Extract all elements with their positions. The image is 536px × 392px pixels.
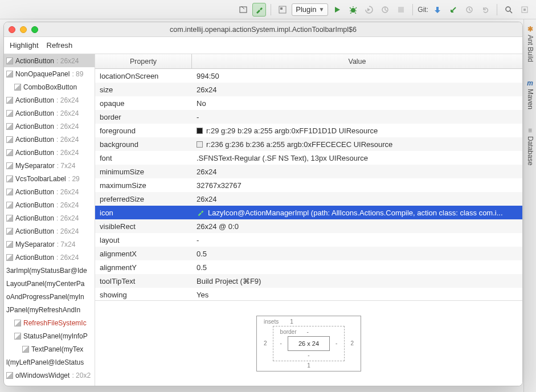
component-tree[interactable]: ActionButton: 26x24NonOpaquePanel: 89Com…: [4, 54, 95, 386]
tree-row[interactable]: ActionButton: 26x24: [4, 198, 95, 211]
tree-row[interactable]: NonOpaquePanel: 89: [4, 67, 95, 80]
property-name: showing: [95, 291, 192, 299]
highlight-button[interactable]: Highlight: [10, 41, 39, 50]
git-commit-icon[interactable]: [447, 3, 460, 17]
window-titlebar[interactable]: com.intellij.openapi.actionSystem.impl.A…: [4, 22, 522, 37]
tree-row[interactable]: ActionButton: 26x24: [4, 54, 95, 67]
property-row[interactable]: minimumSize26x24: [95, 165, 522, 178]
property-value: 0.5: [192, 263, 522, 272]
tree-row[interactable]: RefreshFileSystemIc: [4, 316, 95, 329]
property-row[interactable]: alignmentX0.5: [95, 247, 522, 260]
tree-dims: : 26x24: [56, 149, 79, 157]
traffic-lights: [9, 26, 38, 33]
open-file-icon[interactable]: [236, 3, 250, 17]
coverage-icon[interactable]: [362, 3, 376, 17]
component-icon: [6, 162, 13, 169]
property-row[interactable]: foregroundr:29 g:29 b:29 a:255 argb:0xFF…: [95, 124, 522, 137]
git-update-icon[interactable]: [431, 3, 444, 17]
property-row[interactable]: preferredSize26x24: [95, 192, 522, 206]
component-icon: [6, 149, 13, 156]
tree-label: JPanel(myRefreshAndIn: [6, 306, 80, 314]
property-row[interactable]: backgroundr:236 g:236 b:236 a:255 argb:0…: [95, 137, 522, 151]
search-icon[interactable]: [502, 3, 515, 17]
tree-row[interactable]: 3arImpl(myStatusBar@Ide: [4, 264, 95, 277]
tree-row[interactable]: l(myLeftPanel@IdeStatus: [4, 356, 95, 369]
tree-row[interactable]: LayoutPanel(myCenterPa: [4, 277, 95, 290]
inset-bottom: 1: [264, 362, 354, 369]
property-row[interactable]: showingYes: [95, 288, 522, 300]
run-play-icon[interactable]: [330, 3, 344, 17]
tree-row[interactable]: MySeparator: 7x24: [4, 238, 95, 251]
tree-dims: : 29: [68, 175, 80, 183]
run-config-combo[interactable]: Plugin ▼: [292, 3, 328, 16]
tree-dims: : 26x24: [56, 96, 79, 104]
build-hammer-icon[interactable]: [252, 3, 266, 17]
property-row[interactable]: toolTipTextBuild Project (⌘F9): [95, 274, 522, 288]
maximize-icon[interactable]: [31, 26, 38, 33]
git-label: Git:: [418, 6, 428, 14]
maven-icon: m: [527, 79, 533, 87]
tree-row[interactable]: ActionButton: 26x24: [4, 120, 95, 133]
tree-dims: : 7x24: [57, 162, 76, 170]
tree-row[interactable]: ComboBoxButton: [4, 80, 95, 93]
property-name: visibleRect: [95, 222, 192, 231]
property-value: 26x24 @ 0:0: [192, 222, 522, 231]
color-swatch-icon: [197, 141, 203, 148]
property-row[interactable]: visibleRect26x24 @ 0:0: [95, 219, 522, 233]
git-revert-icon[interactable]: [478, 3, 492, 17]
tree-row[interactable]: (myRightPanel@IdeStatus: [4, 382, 95, 386]
tool-window-rail: ✱ Ant Build m Maven ≡ Database: [523, 19, 536, 392]
svg-rect-9: [523, 9, 526, 11]
property-table[interactable]: locationOnScreen994:50size26x24opaqueNob…: [95, 69, 522, 300]
database-label: Database: [526, 136, 534, 165]
tree-row[interactable]: StatusPanel(myInfoP: [4, 329, 95, 342]
col-value[interactable]: Value: [192, 54, 522, 68]
tree-dims: : 26x24: [56, 201, 79, 209]
tree-row[interactable]: TextPanel(myTex: [4, 342, 95, 356]
ant-label: Ant Build: [526, 35, 534, 62]
property-name: border: [95, 113, 192, 121]
tree-row[interactable]: ActionButton: 26x24: [4, 107, 95, 120]
maven-tab[interactable]: m Maven: [526, 79, 534, 109]
col-property[interactable]: Property: [95, 54, 192, 68]
tree-label: ActionButton: [15, 149, 54, 157]
minimize-icon[interactable]: [20, 26, 27, 33]
ant-build-tab[interactable]: ✱ Ant Build: [526, 25, 534, 62]
stop-icon[interactable]: [394, 3, 408, 17]
tree-row[interactable]: ActionButton: 26x24: [4, 93, 95, 107]
tree-dims: : 20x2: [72, 371, 91, 379]
git-history-icon[interactable]: [463, 3, 476, 17]
tree-row[interactable]: VcsToolbarLabel: 29: [4, 172, 95, 185]
property-row[interactable]: alignmentY0.5: [95, 260, 522, 274]
property-row[interactable]: iconLazyIcon@ActionManagerImpl (path: Al…: [95, 206, 522, 219]
property-row[interactable]: maximumSize32767x32767: [95, 178, 522, 192]
property-row[interactable]: layout-: [95, 233, 522, 247]
property-row[interactable]: font.SFNSText-Regular (.SF NS Text), 13p…: [95, 151, 522, 165]
property-row[interactable]: opaqueNo: [95, 96, 522, 110]
tree-row[interactable]: ActionButton: 26x24: [4, 133, 95, 146]
database-tab[interactable]: ≡ Database: [526, 126, 534, 165]
run-config-icon[interactable]: [276, 3, 289, 17]
tree-row[interactable]: oAndProgressPanel(myIn: [4, 290, 95, 303]
property-value: 994:50: [192, 72, 522, 80]
refresh-button[interactable]: Refresh: [47, 41, 73, 50]
tree-row[interactable]: olWindowsWidget: 20x2: [4, 369, 95, 382]
settings-icon[interactable]: [518, 3, 531, 17]
close-icon[interactable]: [9, 26, 15, 33]
debug-bug-icon[interactable]: [346, 3, 360, 17]
property-row[interactable]: locationOnScreen994:50: [95, 69, 522, 83]
tree-row[interactable]: ActionButton: 26x24: [4, 146, 95, 159]
color-swatch-icon: [197, 128, 203, 134]
component-icon: [6, 175, 13, 182]
tree-row[interactable]: ActionButton: 26x24: [4, 224, 95, 238]
tree-row[interactable]: ActionButton: 26x24: [4, 185, 95, 198]
tree-row[interactable]: JPanel(myRefreshAndIn: [4, 303, 95, 316]
tree-row[interactable]: ActionButton: 26x24: [4, 211, 95, 224]
property-row[interactable]: size26x24: [95, 83, 522, 96]
inset-left: 2: [264, 340, 267, 346]
profile-icon[interactable]: [378, 3, 392, 17]
tree-dims: : 26x24: [56, 254, 79, 262]
property-row[interactable]: border-: [95, 110, 522, 124]
tree-row[interactable]: MySeparator: 7x24: [4, 159, 95, 172]
tree-row[interactable]: ActionButton: 26x24: [4, 251, 95, 264]
